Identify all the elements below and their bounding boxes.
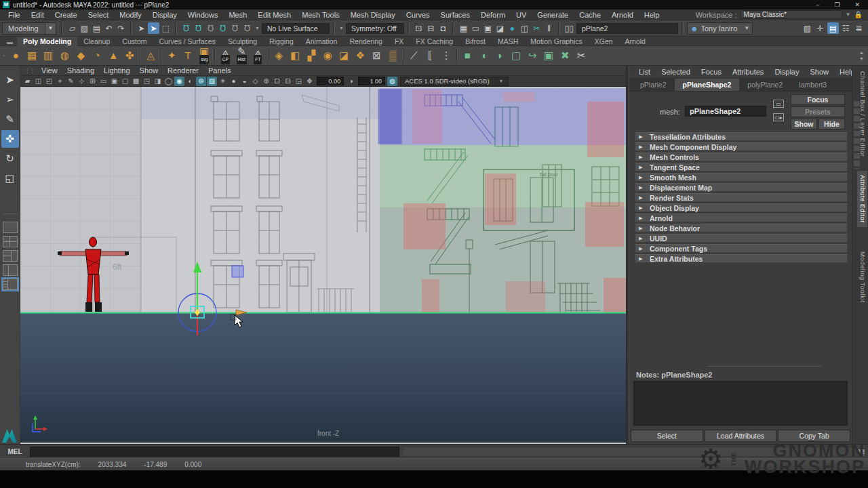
- menu-item[interactable]: Mesh: [223, 11, 252, 19]
- command-line-input[interactable]: [30, 447, 399, 457]
- menu-item[interactable]: Generate: [532, 11, 574, 19]
- attribute-editor-menu-item[interactable]: Show: [804, 68, 834, 76]
- shelf-tool-icon[interactable]: ◧: [287, 47, 303, 64]
- shelf-tool-icon[interactable]: T: [180, 47, 196, 64]
- viewport-scene[interactable]: Tall Door: [20, 87, 626, 443]
- shelf-tool-icon[interactable]: ●: [7, 47, 24, 64]
- shelf-tool-icon[interactable]: ↪: [524, 47, 540, 64]
- tab-modeling-toolkit[interactable]: Modeling Toolkit: [857, 247, 867, 307]
- attribute-section-header[interactable]: ▶ Component Tags: [635, 244, 848, 253]
- history-icon[interactable]: ⊡: [413, 22, 425, 34]
- sidebar-toggle-icon[interactable]: ≣: [853, 22, 865, 34]
- viewport-toolbar-icon[interactable]: ◫: [33, 77, 43, 86]
- shelf-tool-icon[interactable]: [454, 47, 459, 64]
- viewport-toolbar-icon[interactable]: ●: [229, 77, 239, 86]
- snap-icon[interactable]: ℧: [217, 22, 229, 34]
- node-tab[interactable]: lambert3: [791, 79, 835, 91]
- viewport-toolbar-icon[interactable]: ▨: [207, 77, 217, 86]
- input-line-icon[interactable]: ▯▯: [564, 22, 575, 34]
- menu-item[interactable]: Mesh Display: [345, 11, 401, 19]
- workspace-selector[interactable]: Maya Classic*: [741, 10, 842, 19]
- viewport-toolbar-icon[interactable]: ◉: [174, 77, 184, 86]
- file-action-icon[interactable]: ▤: [91, 22, 102, 34]
- menu-item[interactable]: Display: [147, 11, 182, 19]
- toolbox-tool[interactable]: ➢: [1, 91, 19, 108]
- exposure-icon[interactable]: ✥: [304, 77, 315, 86]
- snap-icon[interactable]: ℧: [241, 22, 253, 34]
- shelf-tab[interactable]: Poly Modeling: [17, 37, 77, 46]
- file-action-icon[interactable]: ↷: [115, 22, 127, 34]
- selected-plane-object[interactable]: [232, 266, 243, 277]
- menu-item[interactable]: UV: [511, 11, 532, 19]
- viewport-toolbar-icon[interactable]: ▣: [109, 77, 119, 86]
- viewport-toolbar-icon[interactable]: ◇: [250, 77, 260, 86]
- menu-item[interactable]: Curves: [401, 11, 435, 19]
- node-tab[interactable]: polyPlane2: [739, 79, 791, 91]
- toolbox-tool[interactable]: ↻: [1, 150, 19, 167]
- command-line-mode-toggle[interactable]: MEL: [0, 448, 30, 455]
- viewport-toolbar-icon[interactable]: ◒: [239, 77, 250, 86]
- shelf-tab[interactable]: MASH: [492, 37, 524, 46]
- shelf-tool-icon[interactable]: ◔: [89, 47, 105, 64]
- chevron-down-icon[interactable]: ▼: [338, 26, 344, 30]
- toolbox-tool[interactable]: ➤: [1, 71, 19, 89]
- render-icon[interactable]: ●: [507, 22, 518, 34]
- shelf-tool-icon[interactable]: ▣svg: [196, 47, 212, 64]
- symmetry-field[interactable]: Symmetry: Off: [346, 23, 404, 34]
- attribute-editor-menu-item[interactable]: Selected: [656, 68, 696, 76]
- node-tab[interactable]: pPlane2: [632, 79, 675, 91]
- shelf-tool-icon[interactable]: ◬: [142, 47, 159, 64]
- shelf-tool-icon[interactable]: ◆: [73, 47, 89, 64]
- shelf-tool-icon[interactable]: ▦: [24, 47, 40, 64]
- workspace-lock-icon[interactable]: 🔒: [854, 11, 863, 18]
- hide-button[interactable]: Hide: [818, 119, 845, 129]
- viewport-canvas[interactable]: Tall Door: [20, 87, 626, 444]
- viewport-toolbar-icon[interactable]: ⊡: [272, 77, 282, 86]
- shelf-tool-icon[interactable]: ▞: [303, 47, 319, 64]
- menu-item[interactable]: Help: [639, 11, 665, 19]
- shelf-tool-icon[interactable]: ⟑FT: [250, 47, 266, 64]
- shelf-tool-icon[interactable]: ◗: [492, 47, 508, 64]
- viewport-toolbar-icon[interactable]: ⊹: [77, 77, 87, 86]
- sidebar-toggle-icon[interactable]: ☷: [840, 22, 852, 34]
- layout-preset-button[interactable]: [3, 264, 18, 276]
- toolbox-tool[interactable]: ✜: [1, 130, 19, 148]
- attribute-section-header[interactable]: ▶ Extra Attributes: [635, 254, 848, 263]
- attribute-section-header[interactable]: ▶ Tessellation Attributes: [635, 132, 848, 141]
- selection-mode-icon[interactable]: ➤: [136, 22, 147, 34]
- footer-button[interactable]: Select: [631, 430, 703, 442]
- render-icon[interactable]: ◫: [519, 22, 530, 34]
- shelf-tool-icon[interactable]: ▲: [105, 47, 121, 64]
- restore-button[interactable]: ❐: [834, 1, 840, 8]
- render-icon[interactable]: ‖: [543, 22, 555, 34]
- attribute-section-header[interactable]: ▶ Smooth Mesh: [635, 173, 848, 182]
- snap-icon[interactable]: ℧: [229, 22, 241, 34]
- viewport-toolbar-icon[interactable]: ◰: [44, 77, 54, 86]
- render-icon[interactable]: ✂: [531, 22, 542, 34]
- viewport-toolbar-icon[interactable]: ▭: [98, 77, 108, 86]
- shelf-tab[interactable]: FX: [389, 37, 410, 46]
- layout-preset-button[interactable]: [3, 222, 18, 233]
- menu-item[interactable]: Modify: [114, 11, 146, 19]
- shelf-item-icon[interactable]: ◦: [3, 52, 7, 59]
- layout-preset-button[interactable]: [3, 279, 18, 290]
- notes-text-area[interactable]: [633, 381, 848, 426]
- shelf-tool-icon[interactable]: ✦: [163, 47, 180, 64]
- shelf-tool-icon[interactable]: [212, 47, 217, 64]
- panel-menu-item[interactable]: Renderer: [163, 66, 203, 75]
- viewport-toolbar-icon[interactable]: ⊟: [283, 77, 293, 86]
- swatch-out-icon[interactable]: ▭: [773, 100, 784, 108]
- viewport-toolbar-icon[interactable]: ✎: [66, 77, 76, 86]
- selection-name-input[interactable]: pPlane2: [576, 23, 678, 34]
- render-icon[interactable]: ◪: [494, 22, 506, 34]
- shelf-tool-icon[interactable]: ◪: [336, 47, 352, 64]
- attribute-section-header[interactable]: ▶ UUID: [635, 234, 848, 243]
- menu-item[interactable]: Cache: [574, 11, 606, 19]
- shelf-tab[interactable]: Rendering: [343, 37, 388, 46]
- viewport-toolbar-icon[interactable]: ⊛: [196, 77, 206, 86]
- shelf-tool-icon[interactable]: ✖: [557, 47, 573, 64]
- attribute-section-header[interactable]: ▶ Tangent Space: [635, 163, 848, 171]
- shelf-tool-icon[interactable]: ■: [459, 47, 475, 64]
- shelf-tool-icon[interactable]: ✂: [573, 47, 589, 64]
- shelf-tab[interactable]: Arnold: [619, 37, 652, 46]
